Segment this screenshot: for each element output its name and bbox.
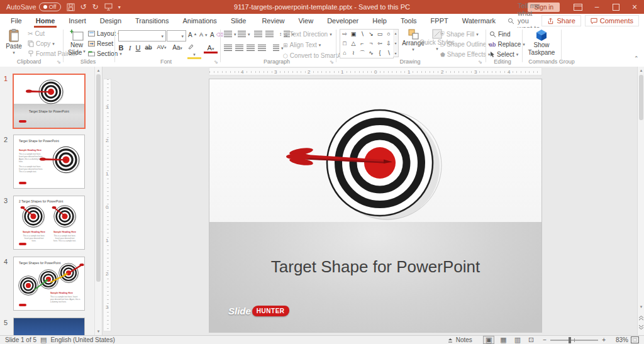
grow-font-button[interactable]: A▴ — [188, 31, 196, 38]
shape-icon[interactable]: ▣ — [351, 31, 357, 37]
select-button[interactable]: Select▾ — [489, 51, 518, 58]
increase-indent-button[interactable] — [265, 31, 274, 37]
font-color-button[interactable]: A▾ — [204, 44, 218, 53]
find-button[interactable]: Find — [489, 31, 510, 38]
highlight-color-button[interactable]: ▾ — [187, 44, 201, 59]
tab-help[interactable]: Help — [365, 14, 394, 28]
target-graphic[interactable] — [209, 79, 541, 332]
reading-view-button[interactable]: ▥ — [514, 336, 521, 343]
thumbnail-slide-2[interactable]: Target Shape for PowerPoint Sample Headi… — [13, 135, 85, 189]
shape-icon[interactable]: ⇩ — [386, 41, 391, 47]
character-spacing-button[interactable]: AV▾ — [156, 44, 167, 50]
shape-effects-button[interactable]: ⬟Shape Effects▾ — [440, 51, 490, 58]
thumbnail-slide-3[interactable]: 2 Target Shapes for PowerPoint Sample He… — [13, 196, 85, 250]
shrink-font-button[interactable]: A▾ — [199, 31, 208, 38]
scroll-up-icon[interactable]: ▴ — [638, 68, 644, 73]
redo-icon[interactable]: ↻ — [92, 3, 99, 11]
clear-formatting-button[interactable]: A⌫ — [210, 31, 223, 38]
text-direction-button[interactable]: ⇅Text Direction▾ — [283, 31, 332, 38]
shape-icon[interactable]: ○ — [387, 31, 390, 37]
shape-icon[interactable]: ∖ — [360, 31, 364, 37]
thumb-scroll-down-icon[interactable]: ▾ — [95, 329, 102, 334]
italic-button[interactable]: I — [126, 44, 134, 52]
collapse-ribbon-button[interactable]: ⌃ — [634, 55, 639, 62]
tab-watermark[interactable]: Watermark — [455, 14, 502, 28]
shape-icon[interactable]: ↘ — [369, 31, 374, 37]
thumbnail-slide-1[interactable]: Target Shape for PowerPoint — [13, 74, 86, 129]
normal-view-button[interactable]: ▣ — [483, 336, 494, 344]
thumb-scroll-up-icon[interactable]: ▴ — [95, 68, 102, 73]
zoom-level[interactable]: 83% — [611, 336, 628, 343]
new-slide-button[interactable]: NewSlide▾ — [64, 29, 89, 57]
shape-icon[interactable]: □ — [343, 41, 346, 47]
bullets-button[interactable]: ▾ — [224, 31, 236, 37]
shape-icon[interactable]: ▭ — [377, 31, 383, 37]
gallery-down-icon[interactable]: ▾ — [394, 41, 396, 45]
cut-button[interactable]: ✂Cut — [28, 30, 45, 37]
undo-icon[interactable]: ↺ — [80, 3, 87, 11]
thumbnail-scrollbar[interactable]: ▴ ▾ — [94, 67, 102, 335]
tab-insert[interactable]: Insert — [62, 14, 93, 28]
tab-developer[interactable]: Developer — [320, 14, 365, 28]
fit-to-window-button[interactable] — [631, 336, 639, 343]
previous-slide-button[interactable] — [638, 315, 644, 321]
share-button[interactable]: Share — [541, 15, 580, 26]
tab-tools[interactable]: Tools — [394, 14, 424, 28]
shape-fill-button[interactable]: ⛨Shape Fill▾ — [440, 31, 479, 38]
align-left-button[interactable] — [224, 45, 232, 51]
scroll-down-icon[interactable]: ▾ — [638, 304, 644, 309]
slide-title-text[interactable]: Target Shape for PowerPoint — [209, 257, 541, 277]
spell-check-icon[interactable]: ▤ — [40, 336, 47, 343]
slide-canvas[interactable]: Target Shape for PowerPoint Slide HUNTER — [209, 79, 542, 333]
zoom-slider-thumb[interactable] — [569, 337, 571, 343]
replace-button[interactable]: abReplace▾ — [489, 41, 525, 48]
restore-button[interactable] — [606, 0, 625, 14]
scrollbar-thumb[interactable] — [639, 75, 643, 120]
paragraph-dialog-launcher[interactable]: ⇘ — [330, 59, 334, 65]
font-name-select[interactable]: ▾ — [118, 30, 166, 42]
notes-button[interactable]: Notes — [447, 336, 472, 343]
shape-icon[interactable]: ⌒ — [360, 50, 365, 56]
tab-fppt[interactable]: FPPT — [424, 14, 455, 28]
shape-icon[interactable]: △ — [352, 41, 356, 47]
slideshow-view-button[interactable]: ⊡ — [528, 336, 534, 343]
ribbon-display-options-button[interactable] — [569, 0, 587, 14]
underline-button[interactable]: U — [134, 44, 142, 52]
zoom-in-button[interactable]: + — [602, 336, 606, 343]
shape-icon[interactable]: ≀ — [352, 50, 354, 56]
decrease-indent-button[interactable] — [254, 31, 262, 37]
close-button[interactable]: × — [625, 0, 644, 14]
gallery-up-icon[interactable]: ▴ — [394, 31, 396, 35]
autosave-toggle[interactable]: AutoSave Off — [6, 3, 61, 11]
tab-transitions[interactable]: Transitions — [128, 14, 175, 28]
tab-design[interactable]: Design — [93, 14, 128, 28]
tab-review[interactable]: Review — [255, 14, 291, 28]
shape-outline-button[interactable]: ▱Shape Outline▾ — [440, 41, 491, 48]
zoom-slider[interactable] — [550, 340, 598, 341]
slide-indicator[interactable]: Slide 1 of 5 — [5, 336, 36, 343]
bold-button[interactable]: B — [117, 44, 125, 52]
shape-gallery[interactable]: ⇨▣∖↘▭○ □△⌐¬⇦⇩ ⌂≀⌒∿{∖ — [340, 29, 394, 58]
paste-button[interactable]: Paste▾ — [3, 29, 25, 55]
comments-button[interactable]: Comments — [585, 15, 639, 26]
show-taskpane-button[interactable]: ShowTaskpane — [527, 29, 556, 57]
tab-home[interactable]: Home — [29, 14, 62, 28]
next-slide-button[interactable] — [638, 325, 644, 330]
numbering-button[interactable]: ▾ — [238, 31, 250, 37]
strikethrough-button[interactable]: ab — [143, 44, 153, 51]
clipboard-dialog-launcher[interactable]: ⇘ — [57, 59, 61, 65]
tab-file[interactable]: File — [4, 14, 29, 28]
change-case-button[interactable]: Aa▾ — [171, 44, 184, 51]
thumbnail-slide-5[interactable] — [13, 318, 85, 335]
justify-button[interactable] — [258, 45, 266, 51]
tab-view[interactable]: View — [291, 14, 320, 28]
customize-qat-icon[interactable]: ▾ — [118, 4, 121, 10]
copy-button[interactable]: Copy▾ — [28, 40, 55, 47]
tab-animations[interactable]: Animations — [175, 14, 223, 28]
align-right-button[interactable] — [247, 45, 255, 51]
tab-slide-show[interactable]: Slide Show — [224, 14, 255, 28]
shape-icon[interactable]: ⇨ — [342, 31, 347, 37]
shape-gallery-scroll[interactable]: ▴▾▾ — [393, 29, 399, 57]
shape-icon[interactable]: ⌐ — [360, 41, 364, 47]
shape-icon[interactable]: ∖ — [387, 50, 391, 56]
